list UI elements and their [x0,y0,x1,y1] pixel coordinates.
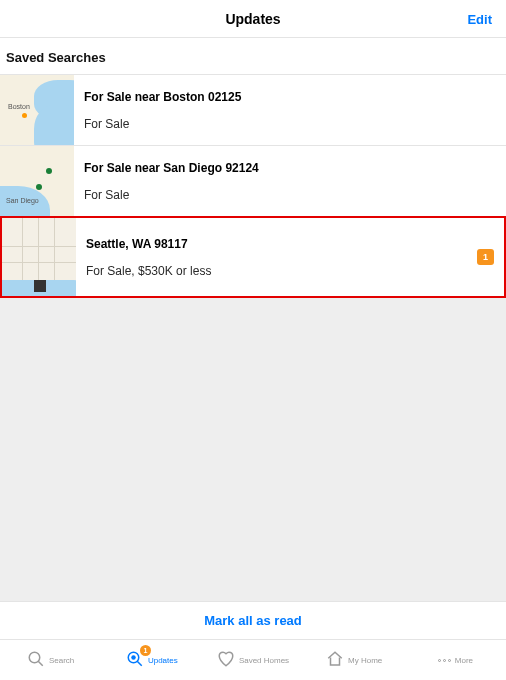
map-thumbnail [2,218,76,296]
mark-all-read-button[interactable]: Mark all as read [0,601,506,640]
footer: Mark all as read Search 1 Updates Saved … [0,601,506,680]
section-header: Saved Searches [0,38,506,75]
tab-label: Search [49,656,74,665]
map-thumbnail: Boston [0,75,74,145]
updates-icon: 1 [126,650,144,670]
home-icon [326,650,344,670]
heart-icon [217,650,235,670]
edit-button[interactable]: Edit [467,11,492,26]
row-text: For Sale near San Diego 92124 For Sale [74,161,496,202]
search-title: For Sale near San Diego 92124 [84,161,496,175]
saved-search-row[interactable]: Boston For Sale near Boston 02125 For Sa… [0,75,506,146]
search-title: Seattle, WA 98117 [86,237,477,251]
tab-label: Saved Homes [239,656,289,665]
tab-updates[interactable]: 1 Updates [101,650,202,670]
section-title: Saved Searches [6,50,106,65]
search-subtitle: For Sale, $530K or less [86,264,477,278]
saved-search-row[interactable]: San Diego For Sale near San Diego 92124 … [0,146,506,217]
tab-bar: Search 1 Updates Saved Homes My Home [0,640,506,680]
map-thumbnail: San Diego [0,146,74,216]
tab-label: Updates [148,656,178,665]
saved-search-row-highlighted[interactable]: Seattle, WA 98117 For Sale, $530K or les… [0,216,506,298]
saved-searches-list: Boston For Sale near Boston 02125 For Sa… [0,75,506,298]
more-icon [438,659,451,662]
update-count-badge: 1 [477,249,494,265]
row-text: For Sale near Boston 02125 For Sale [74,90,496,131]
search-title: For Sale near Boston 02125 [84,90,496,104]
tab-search[interactable]: Search [0,650,101,670]
tab-more[interactable]: More [405,656,506,665]
row-text: Seattle, WA 98117 For Sale, $530K or les… [76,237,477,278]
tab-my-home[interactable]: My Home [304,650,405,670]
svg-point-0 [29,652,40,663]
svg-point-4 [131,655,136,660]
svg-line-3 [137,661,142,666]
svg-line-1 [38,661,43,666]
page-title: Updates [225,11,280,27]
tab-label: More [455,656,473,665]
search-icon [27,650,45,670]
tab-saved-homes[interactable]: Saved Homes [202,650,303,670]
search-subtitle: For Sale [84,188,496,202]
tab-label: My Home [348,656,382,665]
search-subtitle: For Sale [84,117,496,131]
updates-badge: 1 [140,645,151,656]
header: Updates Edit [0,0,506,38]
